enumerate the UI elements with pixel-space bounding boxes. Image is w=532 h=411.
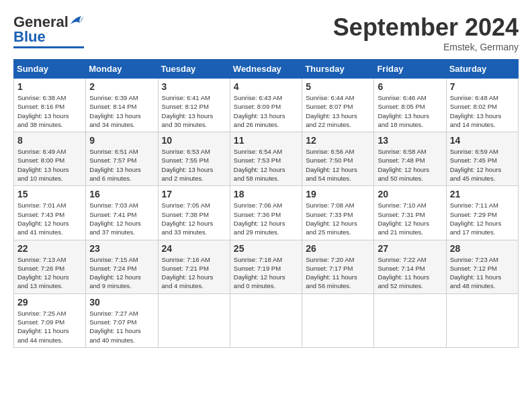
day-of-week-monday: Monday	[86, 60, 158, 79]
calendar-row-0: 1Sunrise: 6:38 AM Sunset: 8:16 PM Daylig…	[14, 79, 519, 132]
day-of-week-wednesday: Wednesday	[230, 60, 302, 79]
calendar-cell	[302, 293, 374, 347]
day-number: 26	[306, 243, 370, 254]
calendar-cell: 18Sunrise: 7:06 AM Sunset: 7:36 PM Dayli…	[230, 186, 302, 240]
day-info: Sunrise: 6:48 AM Sunset: 8:02 PM Dayligh…	[450, 93, 515, 129]
calendar-cell: 24Sunrise: 7:16 AM Sunset: 7:21 PM Dayli…	[158, 240, 230, 293]
day-number: 21	[450, 189, 515, 199]
day-number: 7	[450, 81, 515, 92]
title-block: September 2024 Emstek, Germany	[333, 13, 519, 52]
calendar-cell: 22Sunrise: 7:13 AM Sunset: 7:26 PM Dayli…	[14, 240, 86, 293]
day-number: 1	[17, 81, 82, 92]
day-number: 27	[378, 243, 442, 254]
day-info: Sunrise: 7:10 AM Sunset: 7:31 PM Dayligh…	[378, 201, 442, 236]
calendar-cell: 7Sunrise: 6:48 AM Sunset: 8:02 PM Daylig…	[446, 79, 518, 132]
logo-underline	[13, 46, 84, 48]
days-header-row: SundayMondayTuesdayWednesdayThursdayFrid…	[14, 60, 519, 79]
day-info: Sunrise: 7:22 AM Sunset: 7:14 PM Dayligh…	[378, 255, 442, 291]
day-info: Sunrise: 6:56 AM Sunset: 7:50 PM Dayligh…	[306, 147, 370, 183]
day-info: Sunrise: 6:59 AM Sunset: 7:45 PM Dayligh…	[450, 147, 515, 183]
calendar-cell	[230, 293, 302, 347]
day-number: 29	[17, 297, 82, 308]
day-number: 23	[89, 243, 154, 254]
day-info: Sunrise: 7:08 AM Sunset: 7:33 PM Dayligh…	[306, 201, 370, 236]
location: Emstek, Germany	[333, 42, 519, 52]
calendar-cell: 25Sunrise: 7:18 AM Sunset: 7:19 PM Dayli…	[230, 240, 302, 293]
calendar-cell	[446, 293, 518, 347]
calendar-cell: 9Sunrise: 6:51 AM Sunset: 7:57 PM Daylig…	[86, 132, 158, 186]
day-of-week-tuesday: Tuesday	[158, 60, 230, 79]
day-of-week-friday: Friday	[374, 60, 446, 79]
calendar-cell: 19Sunrise: 7:08 AM Sunset: 7:33 PM Dayli…	[302, 186, 374, 240]
day-of-week-thursday: Thursday	[302, 60, 374, 79]
day-info: Sunrise: 7:18 AM Sunset: 7:19 PM Dayligh…	[234, 255, 298, 291]
day-number: 6	[378, 81, 442, 92]
day-info: Sunrise: 7:11 AM Sunset: 7:29 PM Dayligh…	[450, 201, 515, 236]
day-number: 15	[17, 189, 82, 199]
day-number: 12	[306, 135, 370, 146]
day-info: Sunrise: 7:03 AM Sunset: 7:41 PM Dayligh…	[89, 201, 154, 236]
logo: General Blue	[13, 13, 84, 48]
day-number: 2	[89, 81, 154, 92]
day-number: 24	[162, 243, 226, 254]
day-number: 20	[378, 189, 442, 199]
day-info: Sunrise: 7:27 AM Sunset: 7:07 PM Dayligh…	[89, 309, 154, 345]
logo-bird-icon	[69, 15, 84, 27]
day-of-week-sunday: Sunday	[14, 60, 86, 79]
calendar-cell: 17Sunrise: 7:05 AM Sunset: 7:38 PM Dayli…	[158, 186, 230, 240]
day-number: 17	[162, 189, 226, 199]
day-info: Sunrise: 6:51 AM Sunset: 7:57 PM Dayligh…	[89, 147, 154, 183]
calendar-cell: 29Sunrise: 7:25 AM Sunset: 7:09 PM Dayli…	[14, 293, 86, 347]
calendar-cell: 20Sunrise: 7:10 AM Sunset: 7:31 PM Dayli…	[374, 186, 446, 240]
day-number: 9	[89, 135, 154, 146]
day-number: 14	[450, 135, 515, 146]
day-number: 30	[89, 297, 154, 308]
calendar-cell: 6Sunrise: 6:46 AM Sunset: 8:05 PM Daylig…	[374, 79, 446, 132]
calendar-cell	[158, 293, 230, 347]
day-number: 4	[234, 81, 298, 92]
calendar-cell: 14Sunrise: 6:59 AM Sunset: 7:45 PM Dayli…	[446, 132, 518, 186]
calendar-cell: 16Sunrise: 7:03 AM Sunset: 7:41 PM Dayli…	[86, 186, 158, 240]
logo-blue: Blue	[13, 28, 46, 46]
day-number: 13	[378, 135, 442, 146]
day-number: 8	[17, 135, 82, 146]
calendar-cell: 3Sunrise: 6:41 AM Sunset: 8:12 PM Daylig…	[158, 79, 230, 132]
day-info: Sunrise: 7:23 AM Sunset: 7:12 PM Dayligh…	[450, 255, 515, 291]
day-info: Sunrise: 6:44 AM Sunset: 8:07 PM Dayligh…	[306, 93, 370, 129]
page-header: General Blue September 2024 Emstek, Germ…	[13, 13, 519, 52]
day-info: Sunrise: 7:05 AM Sunset: 7:38 PM Dayligh…	[162, 201, 226, 236]
day-info: Sunrise: 6:39 AM Sunset: 8:14 PM Dayligh…	[89, 93, 154, 129]
day-number: 10	[162, 135, 226, 146]
day-of-week-saturday: Saturday	[446, 60, 518, 79]
day-info: Sunrise: 6:49 AM Sunset: 8:00 PM Dayligh…	[17, 147, 82, 183]
calendar-cell: 15Sunrise: 7:01 AM Sunset: 7:43 PM Dayli…	[14, 186, 86, 240]
day-number: 19	[306, 189, 370, 199]
calendar-cell: 8Sunrise: 6:49 AM Sunset: 8:00 PM Daylig…	[14, 132, 86, 186]
day-number: 28	[450, 243, 515, 254]
calendar-cell: 23Sunrise: 7:15 AM Sunset: 7:24 PM Dayli…	[86, 240, 158, 293]
calendar-row-3: 22Sunrise: 7:13 AM Sunset: 7:26 PM Dayli…	[14, 240, 519, 293]
day-info: Sunrise: 7:13 AM Sunset: 7:26 PM Dayligh…	[17, 255, 82, 291]
day-number: 11	[234, 135, 298, 146]
day-info: Sunrise: 7:20 AM Sunset: 7:17 PM Dayligh…	[306, 255, 370, 291]
day-number: 5	[306, 81, 370, 92]
calendar-table: SundayMondayTuesdayWednesdayThursdayFrid…	[13, 59, 519, 348]
day-info: Sunrise: 6:38 AM Sunset: 8:16 PM Dayligh…	[17, 93, 82, 129]
month-title: September 2024	[333, 13, 519, 42]
day-info: Sunrise: 6:58 AM Sunset: 7:48 PM Dayligh…	[378, 147, 442, 183]
day-info: Sunrise: 6:41 AM Sunset: 8:12 PM Dayligh…	[162, 93, 226, 129]
calendar-row-4: 29Sunrise: 7:25 AM Sunset: 7:09 PM Dayli…	[14, 293, 519, 347]
calendar-cell: 5Sunrise: 6:44 AM Sunset: 8:07 PM Daylig…	[302, 79, 374, 132]
calendar-row-1: 8Sunrise: 6:49 AM Sunset: 8:00 PM Daylig…	[14, 132, 519, 186]
day-info: Sunrise: 7:01 AM Sunset: 7:43 PM Dayligh…	[17, 201, 82, 236]
calendar-cell: 2Sunrise: 6:39 AM Sunset: 8:14 PM Daylig…	[86, 79, 158, 132]
day-info: Sunrise: 7:15 AM Sunset: 7:24 PM Dayligh…	[89, 255, 154, 291]
calendar-cell: 13Sunrise: 6:58 AM Sunset: 7:48 PM Dayli…	[374, 132, 446, 186]
day-info: Sunrise: 7:06 AM Sunset: 7:36 PM Dayligh…	[234, 201, 298, 236]
calendar-cell: 10Sunrise: 6:53 AM Sunset: 7:55 PM Dayli…	[158, 132, 230, 186]
calendar-cell: 30Sunrise: 7:27 AM Sunset: 7:07 PM Dayli…	[86, 293, 158, 347]
calendar-cell: 12Sunrise: 6:56 AM Sunset: 7:50 PM Dayli…	[302, 132, 374, 186]
day-info: Sunrise: 7:16 AM Sunset: 7:21 PM Dayligh…	[162, 255, 226, 291]
calendar-cell: 4Sunrise: 6:43 AM Sunset: 8:09 PM Daylig…	[230, 79, 302, 132]
calendar-cell: 26Sunrise: 7:20 AM Sunset: 7:17 PM Dayli…	[302, 240, 374, 293]
